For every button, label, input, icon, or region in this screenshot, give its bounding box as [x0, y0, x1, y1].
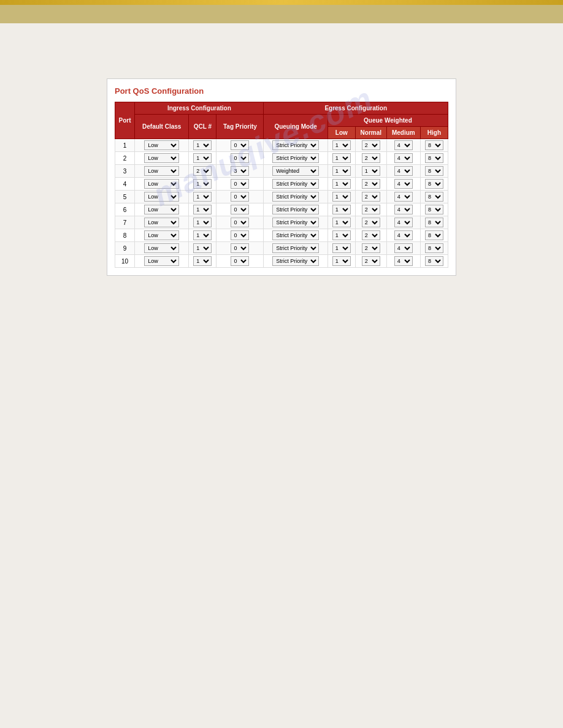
high-weight-cell: 1248 — [420, 152, 448, 165]
high-weight-select[interactable]: 1248 — [425, 256, 443, 266]
normal-weight-cell: 1248 — [355, 229, 386, 242]
normal-weight-select[interactable]: 1248 — [362, 256, 380, 266]
queuing-mode-select[interactable]: Strict PriorityWeighted — [272, 256, 319, 266]
qcl-cell: 1234 — [189, 255, 216, 268]
qcl-select[interactable]: 1234 — [193, 153, 212, 163]
queuing-mode-select[interactable]: Strict PriorityWeighted — [272, 192, 319, 202]
tag-priority-select[interactable]: 01234567 — [231, 230, 249, 240]
tag-priority-select[interactable]: 01234567 — [231, 153, 249, 163]
normal-weight-cell: 1248 — [355, 152, 386, 165]
queuing-mode-select[interactable]: Strict PriorityWeighted — [272, 230, 319, 240]
low-weight-select[interactable]: 1248 — [332, 218, 351, 227]
high-weight-select[interactable]: 1248 — [425, 166, 443, 176]
normal-weight-select[interactable]: 1248 — [362, 166, 380, 176]
tag-priority-cell: 01234567 — [216, 191, 264, 203]
high-weight-select[interactable]: 1248 — [425, 192, 443, 202]
normal-weight-select[interactable]: 1248 — [362, 218, 380, 227]
low-weight-select[interactable]: 1248 — [332, 243, 351, 253]
table-row: 4LowNormalMediumHigh123401234567Strict P… — [115, 178, 448, 191]
qcl-select[interactable]: 1234 — [193, 205, 212, 214]
queuing-mode-select[interactable]: Strict PriorityWeighted — [272, 153, 319, 163]
default-class-select[interactable]: LowNormalMediumHigh — [144, 205, 179, 214]
low-weight-select[interactable]: 1248 — [332, 205, 351, 214]
normal-weight-select[interactable]: 1248 — [362, 153, 380, 163]
qcl-select[interactable]: 1234 — [193, 140, 212, 150]
medium-weight-select[interactable]: 1248 — [394, 243, 413, 253]
default-class-select[interactable]: LowNormalMediumHigh — [144, 218, 179, 227]
table-row: 6LowNormalMediumHigh123401234567Strict P… — [115, 203, 448, 216]
high-weight-select[interactable]: 1248 — [425, 218, 443, 227]
normal-weight-select[interactable]: 1248 — [362, 179, 380, 189]
col-default-class-header: Default Class — [135, 115, 189, 139]
qcl-select[interactable]: 1234 — [193, 192, 212, 202]
port-cell: 9 — [115, 242, 135, 255]
default-class-select[interactable]: LowNormalMediumHigh — [144, 230, 179, 240]
qcl-select[interactable]: 1234 — [193, 243, 212, 253]
default-class-select[interactable]: LowNormalMediumHigh — [144, 153, 179, 163]
top-bar — [0, 0, 563, 5]
default-class-select[interactable]: LowNormalMediumHigh — [144, 140, 179, 150]
qcl-select[interactable]: 1234 — [193, 256, 212, 266]
tag-priority-select[interactable]: 01234567 — [231, 218, 249, 227]
queuing-mode-select[interactable]: Strict PriorityWeighted — [272, 218, 319, 227]
tag-priority-select[interactable]: 01234567 — [231, 192, 249, 202]
high-weight-select[interactable]: 1248 — [425, 140, 443, 150]
high-weight-select[interactable]: 1248 — [425, 243, 443, 253]
normal-weight-select[interactable]: 1248 — [362, 243, 380, 253]
table-row: 8LowNormalMediumHigh123401234567Strict P… — [115, 229, 448, 242]
medium-weight-select[interactable]: 1248 — [394, 179, 413, 189]
tag-priority-select[interactable]: 01234567 — [231, 243, 249, 253]
normal-weight-select[interactable]: 1248 — [362, 230, 380, 240]
qcl-select[interactable]: 1234 — [193, 166, 212, 176]
normal-weight-select[interactable]: 1248 — [362, 205, 380, 214]
tag-priority-cell: 01234567 — [216, 242, 264, 255]
queuing-mode-select[interactable]: Strict PriorityWeighted — [272, 243, 319, 253]
default-class-select[interactable]: LowNormalMediumHigh — [144, 179, 179, 189]
queuing-mode-select[interactable]: Strict PriorityWeighted — [272, 140, 319, 150]
medium-weight-select[interactable]: 1248 — [394, 256, 413, 266]
low-weight-select[interactable]: 1248 — [332, 179, 351, 189]
tag-priority-select[interactable]: 01234567 — [231, 179, 249, 189]
header-bar — [0, 5, 563, 23]
normal-weight-select[interactable]: 1248 — [362, 140, 380, 150]
default-class-cell: LowNormalMediumHigh — [135, 152, 189, 165]
default-class-select[interactable]: LowNormalMediumHigh — [144, 243, 179, 253]
medium-weight-select[interactable]: 1248 — [394, 140, 413, 150]
normal-weight-cell: 1248 — [355, 255, 386, 268]
low-weight-select[interactable]: 1248 — [332, 153, 351, 163]
low-weight-select[interactable]: 1248 — [332, 166, 351, 176]
queuing-mode-select[interactable]: Strict PriorityWeighted — [272, 166, 319, 176]
medium-weight-select[interactable]: 1248 — [394, 230, 413, 240]
high-weight-select[interactable]: 1248 — [425, 179, 443, 189]
default-class-select[interactable]: LowNormalMediumHigh — [144, 166, 179, 176]
tag-priority-select[interactable]: 01234567 — [231, 205, 249, 214]
low-weight-select[interactable]: 1248 — [332, 230, 351, 240]
low-weight-cell: 1248 — [327, 242, 355, 255]
low-weight-select[interactable]: 1248 — [332, 192, 351, 202]
qcl-select[interactable]: 1234 — [193, 179, 212, 189]
card-title: Port QoS Configuration — [115, 86, 448, 96]
low-weight-select[interactable]: 1248 — [332, 256, 351, 266]
medium-weight-select[interactable]: 1248 — [394, 153, 413, 163]
normal-weight-select[interactable]: 1248 — [362, 192, 380, 202]
medium-weight-select[interactable]: 1248 — [394, 166, 413, 176]
high-weight-select[interactable]: 1248 — [425, 230, 443, 240]
default-class-select[interactable]: LowNormalMediumHigh — [144, 256, 179, 266]
default-class-select[interactable]: LowNormalMediumHigh — [144, 192, 179, 202]
tag-priority-select[interactable]: 01234567 — [231, 140, 249, 150]
qcl-select[interactable]: 1234 — [193, 230, 212, 240]
tag-priority-select[interactable]: 01234567 — [231, 166, 249, 176]
queuing-mode-cell: Strict PriorityWeighted — [264, 165, 327, 178]
qcl-select[interactable]: 1234 — [193, 218, 212, 227]
table-row: 10LowNormalMediumHigh123401234567Strict … — [115, 255, 448, 268]
medium-weight-select[interactable]: 1248 — [394, 218, 413, 227]
medium-weight-select[interactable]: 1248 — [394, 192, 413, 202]
high-weight-select[interactable]: 1248 — [425, 205, 443, 214]
high-weight-select[interactable]: 1248 — [425, 153, 443, 163]
default-class-cell: LowNormalMediumHigh — [135, 242, 189, 255]
medium-weight-select[interactable]: 1248 — [394, 205, 413, 214]
low-weight-select[interactable]: 1248 — [332, 140, 351, 150]
queuing-mode-select[interactable]: Strict PriorityWeighted — [272, 179, 319, 189]
queuing-mode-select[interactable]: Strict PriorityWeighted — [272, 205, 319, 214]
tag-priority-select[interactable]: 01234567 — [231, 256, 249, 266]
